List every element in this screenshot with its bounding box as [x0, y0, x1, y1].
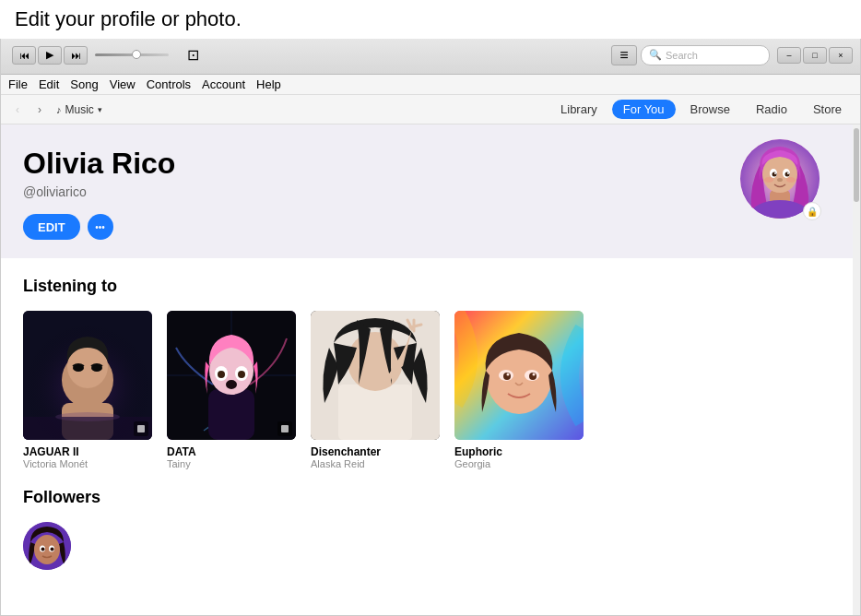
- svg-point-10: [787, 172, 789, 174]
- album-cover-0: [23, 311, 152, 440]
- content-area: Olivia Rico @oliviarico EDIT •••: [1, 124, 860, 615]
- menu-edit[interactable]: Edit: [39, 77, 59, 91]
- svg-point-8: [785, 172, 790, 177]
- chevron-down-icon: ▾: [98, 105, 102, 114]
- play-icon: ▶: [46, 49, 53, 61]
- tab-radio[interactable]: Radio: [745, 100, 798, 119]
- svg-point-35: [348, 332, 403, 391]
- volume-slider[interactable]: [95, 46, 169, 65]
- album-artist-0: Victoria Monét: [23, 458, 152, 469]
- list-view-button[interactable]: ≡: [611, 45, 637, 65]
- scrollbar-thumb: [854, 128, 859, 202]
- album-cover-2: [311, 311, 440, 440]
- airplay-button[interactable]: ⊡: [180, 42, 206, 68]
- tooltip-text: Edit your profile or photo.: [15, 7, 242, 30]
- nav-arrows: ‹ ›: [8, 101, 49, 119]
- album-item-3[interactable]: Euphoric Georgia: [454, 311, 584, 469]
- follower-avatar-svg: [23, 522, 71, 570]
- navbar: ‹ › ♪ Music ▾ Library For You Browse: [1, 95, 860, 124]
- itunes-window: ⏮ ▶ ⏭ ⊡ ≡ 🔍 Search: [0, 35, 861, 616]
- fastforward-button[interactable]: ⏭: [64, 46, 88, 65]
- followers-title: Followers: [23, 488, 838, 507]
- album-badge-0: [134, 421, 148, 436]
- lock-icon: 🔒: [807, 207, 818, 217]
- fastforward-icon: ⏭: [71, 50, 81, 61]
- svg-point-22: [55, 412, 120, 421]
- forward-icon: ›: [38, 103, 41, 116]
- profile-handle: @oliviarico: [23, 184, 838, 199]
- forward-button[interactable]: ›: [30, 101, 49, 119]
- album-art-3: [454, 311, 584, 440]
- album-title-2: Disenchanter: [311, 445, 440, 458]
- svg-point-31: [238, 371, 245, 378]
- airplay-icon: ⊡: [187, 46, 199, 64]
- listening-section: Listening to: [1, 258, 860, 488]
- more-button[interactable]: •••: [88, 214, 113, 240]
- svg-point-9: [774, 172, 776, 174]
- album-art-1: [167, 311, 296, 440]
- play-button[interactable]: ▶: [38, 46, 62, 65]
- svg-point-7: [773, 172, 777, 177]
- scrollbar[interactable]: [853, 124, 860, 615]
- follower-avatar-0[interactable]: [23, 522, 71, 570]
- edit-button[interactable]: EDIT: [23, 214, 80, 240]
- album-title-3: Euphoric: [454, 445, 584, 458]
- menu-file[interactable]: File: [8, 77, 28, 91]
- svg-point-49: [34, 535, 60, 564]
- rewind-icon: ⏮: [19, 50, 29, 61]
- album-title-0: JAGUAR II: [23, 445, 152, 458]
- transport-controls: ⏮ ▶ ⏭: [12, 46, 88, 65]
- minimize-button[interactable]: –: [777, 47, 801, 64]
- album-cover-3: [454, 311, 584, 440]
- menu-song[interactable]: Song: [70, 77, 98, 91]
- titlebar: ⏮ ▶ ⏭ ⊡ ≡ 🔍 Search: [1, 36, 860, 75]
- list-icon: ≡: [619, 47, 628, 64]
- menu-view[interactable]: View: [110, 77, 136, 91]
- album-cover-1: [167, 311, 296, 440]
- search-box[interactable]: 🔍 Search: [641, 45, 770, 65]
- tab-store[interactable]: Store: [802, 100, 853, 119]
- album-art-0: [23, 311, 152, 440]
- profile-actions: EDIT •••: [23, 214, 838, 240]
- ellipsis-icon: •••: [95, 222, 105, 232]
- tab-library[interactable]: Library: [549, 100, 608, 119]
- maximize-icon: □: [812, 51, 817, 60]
- profile-section: Olivia Rico @oliviarico EDIT •••: [1, 124, 860, 258]
- menu-controls[interactable]: Controls: [147, 77, 191, 91]
- svg-point-32: [226, 380, 237, 389]
- svg-point-11: [777, 178, 783, 182]
- svg-point-30: [218, 371, 225, 378]
- svg-rect-34: [338, 385, 412, 440]
- source-dropdown[interactable]: Music ▾: [65, 103, 102, 116]
- followers-section: Followers: [1, 488, 860, 588]
- svg-point-12: [764, 177, 773, 183]
- menu-help[interactable]: Help: [256, 77, 281, 91]
- listening-title: Listening to: [23, 277, 838, 296]
- lock-badge: 🔒: [803, 202, 821, 220]
- profile-avatar[interactable]: 🔒: [740, 139, 823, 222]
- source-label: Music: [65, 103, 94, 116]
- album-artist-3: Georgia: [454, 458, 584, 469]
- search-icon: 🔍: [649, 49, 662, 61]
- svg-point-53: [51, 548, 54, 551]
- svg-rect-26: [208, 389, 254, 440]
- back-button[interactable]: ‹: [8, 101, 27, 119]
- music-source: ♪ Music ▾: [56, 103, 102, 116]
- album-item-0[interactable]: JAGUAR II Victoria Monét: [23, 311, 152, 469]
- rewind-button[interactable]: ⏮: [12, 46, 36, 65]
- minimize-icon: –: [786, 51, 791, 60]
- tab-browse[interactable]: Browse: [679, 100, 741, 119]
- album-badge-1: [277, 421, 292, 436]
- album-art-2: [311, 311, 440, 440]
- menubar: File Edit Song View Controls Account Hel…: [1, 75, 860, 95]
- close-icon: ×: [838, 51, 843, 60]
- svg-point-52: [41, 548, 45, 551]
- album-item-1[interactable]: DATA Tainy: [167, 311, 296, 469]
- maximize-button[interactable]: □: [803, 47, 827, 64]
- close-button[interactable]: ×: [829, 47, 853, 64]
- album-item-2[interactable]: Disenchanter Alaska Reid: [311, 311, 440, 469]
- album-artist-2: Alaska Reid: [311, 458, 440, 469]
- tab-for-you[interactable]: For You: [612, 100, 676, 119]
- volume-thumb: [132, 50, 141, 59]
- menu-account[interactable]: Account: [202, 77, 245, 91]
